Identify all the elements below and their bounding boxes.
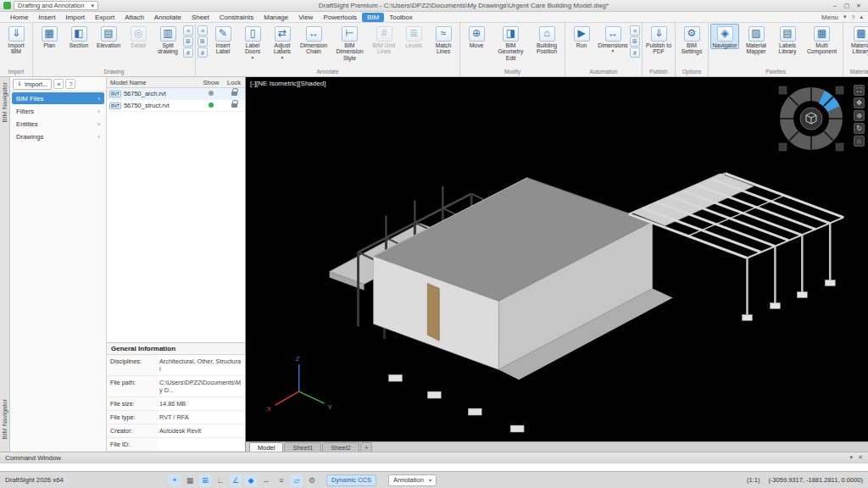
command-window-header[interactable]: Command Window ▾ ✕ <box>0 452 868 463</box>
polar-icon[interactable]: ∠ <box>230 474 242 486</box>
menu-constraints[interactable]: Constraints <box>214 13 259 22</box>
annotation-dropdown[interactable]: Annotation ▾ <box>388 474 437 486</box>
annotate-mini-button-2[interactable]: ⊞ <box>198 36 208 47</box>
split-drawing-button[interactable]: ▥ Split drawing <box>153 24 182 56</box>
settings-icon[interactable]: ⚙ <box>306 474 318 486</box>
publish-to-pdf-button[interactable]: ⇓ Publish to PDF <box>644 24 673 56</box>
sidebar-item-drawings[interactable]: Drawings › <box>12 130 104 142</box>
workspace-dropdown[interactable]: Drafting and Annotation ▾ <box>14 1 98 10</box>
bim-geometry-edit-button[interactable]: ◨ BIM Geometry Edit <box>492 24 530 62</box>
automation-mini-button-2[interactable]: ⊞ <box>630 36 640 47</box>
annotation-label: Annotation <box>393 476 424 484</box>
crosshair-icon[interactable]: ⌖ <box>169 474 181 486</box>
orbit-icon[interactable]: ↻ <box>854 123 865 134</box>
menu-attach[interactable]: Attach <box>120 13 149 22</box>
navigation-wheel[interactable] <box>777 85 845 152</box>
drawing-mini-button-1[interactable]: ≡ <box>183 25 193 36</box>
menu-export[interactable]: Export <box>90 13 120 22</box>
menu-powertools[interactable]: Powertools <box>318 13 362 22</box>
automation-mini-button-3[interactable]: # <box>630 47 640 58</box>
minimize-button[interactable]: – <box>829 1 841 10</box>
field-value <box>158 438 245 451</box>
title-bar: Drafting and Annotation ▾ DraftSight Pre… <box>0 0 868 12</box>
quickinput-icon[interactable]: ▱ <box>291 474 303 486</box>
model-row-arch[interactable]: RVT 56750_arch.rvt <box>107 88 245 100</box>
menu-annotate[interactable]: Annotate <box>149 13 186 22</box>
material-library-button[interactable]: ▩ Material Library <box>845 24 868 56</box>
multi-component-button[interactable]: ▦ Multi Component <box>803 24 841 56</box>
menu-import[interactable]: Import <box>60 13 90 22</box>
help-icon[interactable]: ? <box>65 79 75 89</box>
lock-icon[interactable] <box>231 92 237 96</box>
tab-sheet1[interactable]: Sheet1 <box>284 442 321 452</box>
command-input[interactable] <box>0 463 868 471</box>
close-button[interactable]: ✕ <box>853 1 865 10</box>
plan-button[interactable]: ▦ Plan <box>35 24 64 49</box>
menu-button[interactable]: Menu <box>821 14 838 21</box>
labels-library-button[interactable]: ▤ Labels Library <box>773 24 802 56</box>
show-toggle[interactable] <box>209 103 214 108</box>
bim-settings-button[interactable]: ⚙ BIM Settings <box>677 24 706 56</box>
annotate-mini-button-1[interactable]: ≡ <box>198 25 208 36</box>
show-toggle[interactable] <box>209 91 214 96</box>
dimensions-button[interactable]: ↔ Dimensions ▾ <box>597 24 629 55</box>
fullscreen-icon[interactable]: ⛶ <box>854 85 865 96</box>
menu-manage[interactable]: Manage <box>259 13 293 22</box>
drawing-canvas[interactable]: [-][NE Isometric][Shaded] <box>246 77 868 441</box>
etrack-icon[interactable]: ↔ <box>260 474 272 486</box>
sidebar-item-filters[interactable]: Filters › <box>12 105 104 117</box>
match-lines-button[interactable]: ≈ Match Lines <box>429 24 458 56</box>
building-position-button[interactable]: ⌂ Building Position <box>531 24 563 56</box>
move-button[interactable]: ⊕ Move <box>462 24 491 49</box>
label-doors-button[interactable]: ▯ Label Doors ▾ <box>238 24 267 61</box>
sidebar-item-entities[interactable]: Entities › <box>12 118 104 130</box>
pan-icon[interactable]: ✥ <box>854 97 865 108</box>
import-button[interactable]: ⇓ Import... <box>13 79 52 90</box>
help-icon[interactable]: ? <box>852 14 855 20</box>
snap-icon[interactable]: ⊞ <box>199 474 211 486</box>
viewport-label[interactable]: [-][NE Isometric][Shaded] <box>250 80 326 87</box>
section-button[interactable]: ◧ Section <box>64 24 93 49</box>
command-close-icon[interactable]: ✕ <box>858 454 863 461</box>
annotate-mini-button-3[interactable]: # <box>198 47 208 58</box>
button-label: Dimensions <box>598 42 628 48</box>
sidebar-item-bim-files[interactable]: BIM Files › <box>12 92 104 104</box>
grid-icon[interactable]: ▦ <box>184 474 196 486</box>
drawing-mini-button-3[interactable]: # <box>183 47 193 58</box>
command-collapse-icon[interactable]: ▾ <box>850 454 854 461</box>
column-model-name: Model Name <box>107 79 199 86</box>
list-view-icon[interactable]: ≡ <box>53 79 64 89</box>
bim-dimension-style-button[interactable]: ⊢ BIM Dimension Style <box>331 24 369 62</box>
tab-sheet2[interactable]: Sheet2 <box>322 442 359 452</box>
zoom-icon[interactable]: ⊕ <box>854 110 865 121</box>
esnap-icon[interactable]: ◆ <box>245 474 257 486</box>
collapse-ribbon-icon[interactable]: ▴ <box>860 14 863 20</box>
ortho-icon[interactable]: ∟ <box>214 474 226 486</box>
dimension-chain-button[interactable]: ↔ Dimension Chain <box>298 24 330 56</box>
maximize-button[interactable]: ▢ <box>841 1 853 10</box>
menu-view[interactable]: View <box>293 13 318 22</box>
insert-label-button[interactable]: ✎ Insert Label <box>209 24 237 56</box>
material-mapper-button[interactable]: ▨ Material Mapper <box>740 24 772 56</box>
run-button[interactable]: ▶ Run <box>567 24 596 49</box>
elevation-button[interactable]: ▤ Elevation <box>94 24 123 49</box>
automation-mini-button-1[interactable]: ≡ <box>630 25 640 36</box>
tab-model[interactable]: Model <box>249 442 283 452</box>
add-sheet-button[interactable]: + <box>360 442 372 452</box>
lineweight-icon[interactable]: ≡ <box>275 474 287 486</box>
model-row-struct[interactable]: RVT 56750_struct.rvt <box>107 100 245 112</box>
menu-sheet[interactable]: Sheet <box>186 13 214 22</box>
menu-home[interactable]: Home <box>5 13 33 22</box>
navigator-button[interactable]: ◈ Navigator <box>710 24 739 49</box>
adjust-labels-button[interactable]: ⇄ Adjust Labels ▾ <box>268 24 297 61</box>
home-view-icon[interactable]: ⌂ <box>854 136 865 147</box>
drawing-mini-button-2[interactable]: ⊞ <box>183 36 193 47</box>
bim-navigator-tab[interactable]: BIM Navigator <box>1 399 8 440</box>
lock-icon[interactable] <box>231 103 237 108</box>
menu-toolbox[interactable]: Toolbox <box>384 13 418 22</box>
dynamic-ccs-button[interactable]: Dynamic CCS <box>326 474 376 486</box>
import-bim-button[interactable]: ⇓ Import BIM <box>2 24 31 56</box>
bim-navigator-tab[interactable]: BIM Navigator <box>1 82 8 123</box>
menu-bim[interactable]: BIM <box>362 13 384 22</box>
menu-insert[interactable]: Insert <box>33 13 60 22</box>
